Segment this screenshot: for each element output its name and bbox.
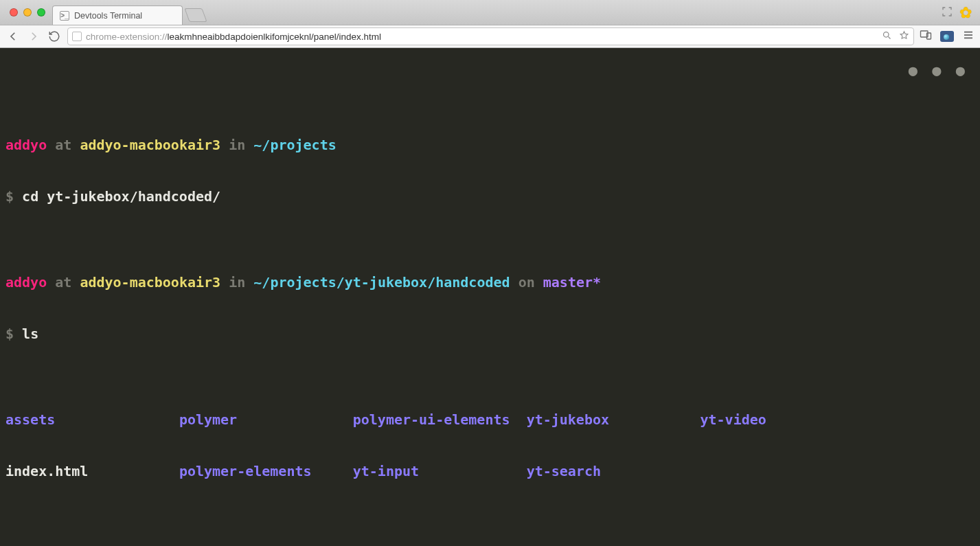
ps1-user: addyo	[5, 274, 47, 291]
ls-entry: polymer-elements	[179, 463, 312, 479]
ps1-in: in	[229, 274, 245, 291]
tab-title: Devtools Terminal	[74, 11, 142, 21]
flower-extension-icon[interactable]	[959, 4, 975, 19]
ls-output-row: assets polymer polymer-ui-elements yt-ju…	[5, 411, 975, 429]
ls-entry: yt-input	[353, 463, 419, 479]
close-window-button[interactable]	[10, 8, 18, 16]
ls-entry: yt-jukebox	[527, 411, 609, 428]
devices-icon[interactable]	[920, 29, 932, 44]
ps1-on: on	[519, 274, 535, 291]
back-button[interactable]	[5, 29, 21, 44]
ls-entry: index.html	[5, 463, 88, 479]
svg-rect-4	[964, 34, 972, 36]
ps1-user: addyo	[5, 137, 47, 153]
svg-rect-5	[964, 37, 972, 38]
browser-toolbar: chrome-extension://leakmhneaibbdapdoienl…	[0, 25, 980, 48]
ps1-dollar: $	[5, 326, 14, 342]
terminal-line: $ ls	[5, 326, 975, 343]
ls-entry: assets	[5, 411, 55, 428]
url-scheme: chrome-extension://	[86, 32, 168, 42]
ls-output-row: index.html polymer-elements yt-input yt-…	[5, 463, 975, 480]
cmd-cd: cd yt-jukebox/handcoded/	[22, 188, 220, 205]
address-bar[interactable]: chrome-extension://leakmhneaibbdapdoienl…	[67, 27, 914, 45]
minimize-window-button[interactable]	[23, 8, 32, 16]
zoom-window-button[interactable]	[37, 8, 45, 16]
cmd-ls: ls	[22, 326, 38, 342]
window-controls	[10, 8, 45, 16]
ls-entry: polymer	[179, 411, 237, 428]
chrome-menu-icon[interactable]	[962, 29, 975, 44]
terminal-favicon-icon: >_	[60, 11, 69, 21]
ps1-host: addyo-macbookair3	[80, 274, 220, 291]
ps1-host: addyo-macbookair3	[80, 137, 220, 153]
ps1-path: ~/projects	[253, 137, 336, 153]
browser-tab-bar: >_ Devtools Terminal	[0, 0, 980, 25]
page-icon	[72, 32, 82, 41]
ps1-in: in	[229, 137, 245, 153]
bookmark-star-icon[interactable]	[899, 30, 909, 43]
terminal-line: addyo at addyo-macbookair3 in ~/projects…	[5, 274, 975, 291]
ps1-dollar: $	[5, 188, 14, 205]
browser-tab-active[interactable]: >_ Devtools Terminal	[52, 5, 183, 25]
ls-entry: polymer-ui-elements	[353, 411, 510, 428]
terminal-line: $ cd yt-jukebox/handcoded/	[5, 188, 975, 205]
forward-button[interactable]	[26, 29, 41, 44]
ps1-path: ~/projects/yt-jukebox/handcoded	[253, 274, 510, 291]
svg-point-0	[884, 32, 889, 38]
ps1-branch: master*	[543, 274, 601, 291]
search-icon[interactable]	[882, 30, 892, 43]
ps1-at: at	[55, 137, 71, 153]
ps1-at: at	[55, 274, 71, 291]
ls-entry: yt-video	[700, 411, 766, 428]
fullscreen-icon[interactable]	[942, 6, 953, 17]
terminal-ellipsis-menu[interactable]: ● ● ●	[909, 62, 968, 79]
ls-entry: yt-search	[527, 463, 601, 479]
url-path: leakmhneaibbdapdoienlkifomjceknl/panel/i…	[168, 32, 381, 42]
svg-rect-3	[964, 32, 972, 33]
terminal-line: addyo at addyo-macbookair3 in ~/projects	[5, 137, 975, 154]
reload-button[interactable]	[47, 29, 62, 44]
terminal-pane[interactable]: ● ● ● addyo at addyo-macbookair3 in ~/pr…	[0, 48, 980, 546]
screenshot-extension-icon[interactable]	[940, 31, 954, 42]
new-tab-button[interactable]	[184, 8, 207, 22]
